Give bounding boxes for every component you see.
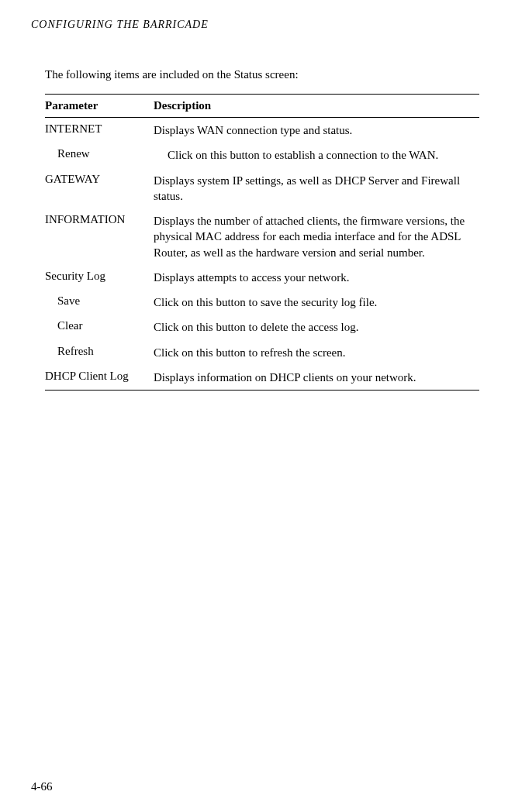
- desc-cell: Displays system IP settings, as well as …: [154, 173, 479, 205]
- page-number: 4-66: [31, 780, 53, 793]
- table-row: ClearClick on this button to delete the …: [45, 315, 479, 339]
- desc-cell: Displays information on DHCP clients on …: [154, 370, 479, 385]
- param-cell: Clear: [45, 319, 154, 335]
- param-cell: Security Log: [45, 270, 154, 285]
- table-body: INTERNETDisplays WAN connection type and…: [45, 118, 479, 391]
- param-cell: Renew: [45, 147, 154, 163]
- table-row: INFORMATIONDisplays the number of attach…: [45, 208, 479, 265]
- header-description: Description: [154, 99, 479, 112]
- table-row: RefreshClick on this button to refresh t…: [45, 340, 479, 365]
- param-cell: GATEWAY: [45, 173, 154, 205]
- table-header-row: Parameter Description: [45, 94, 479, 118]
- param-cell: Refresh: [45, 345, 154, 360]
- desc-cell: Click on this button to save the securit…: [154, 294, 479, 310]
- param-cell: Save: [45, 294, 154, 310]
- table-row: INTERNETDisplays WAN connection type and…: [45, 118, 479, 143]
- param-cell: INFORMATION: [45, 213, 154, 260]
- desc-cell: Displays WAN connection type and status.: [154, 122, 479, 138]
- intro-text: The following items are included on the …: [45, 68, 477, 81]
- table-row: GATEWAYDisplays system IP settings, as w…: [45, 168, 479, 209]
- desc-cell: Click on this button to refresh the scre…: [154, 345, 479, 360]
- table-row: DHCP Client LogDisplays information on D…: [45, 365, 479, 390]
- page-header-title: CONFIGURING THE BARRICADE: [31, 19, 477, 31]
- desc-cell: Click on this button to delete the acces…: [154, 319, 479, 335]
- table-row: RenewClick on this button to establish a…: [45, 143, 479, 167]
- table-row: Security LogDisplays attempts to access …: [45, 265, 479, 290]
- param-cell: DHCP Client Log: [45, 370, 154, 385]
- table-row: SaveClick on this button to save the sec…: [45, 290, 479, 315]
- param-cell: INTERNET: [45, 122, 154, 138]
- desc-cell: Displays the number of attached clients,…: [154, 213, 479, 260]
- desc-cell: Displays attempts to access your network…: [154, 270, 479, 285]
- header-parameter: Parameter: [45, 99, 154, 112]
- desc-cell: Click on this button to establish a conn…: [154, 147, 479, 163]
- status-table: Parameter Description INTERNETDisplays W…: [45, 94, 479, 391]
